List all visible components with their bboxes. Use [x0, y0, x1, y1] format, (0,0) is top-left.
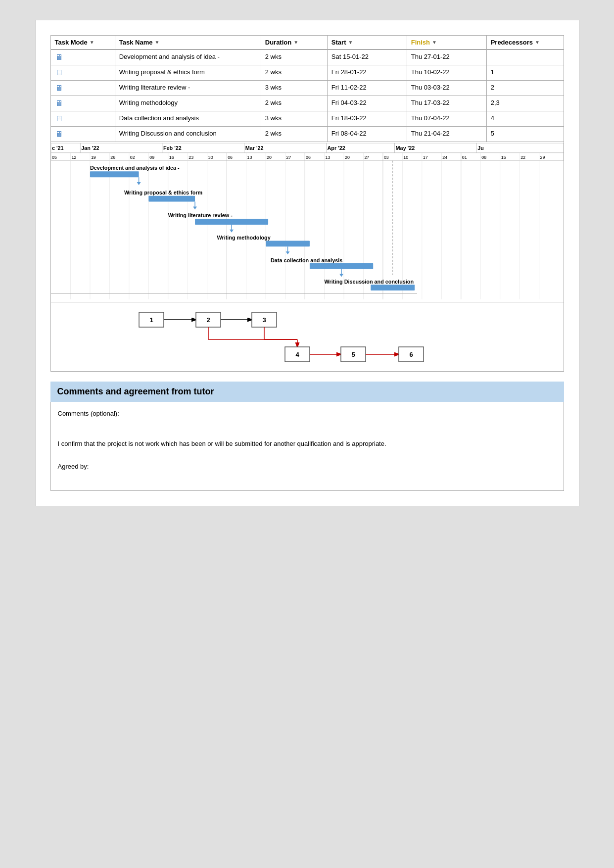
svg-text:30: 30: [208, 155, 213, 160]
th-start: Start ▼: [327, 36, 407, 50]
svg-text:06: 06: [228, 155, 233, 160]
svg-text:3: 3: [262, 316, 266, 324]
duration-cell: 2 wks: [261, 127, 327, 142]
start-cell: Fri 08-04-22: [327, 127, 407, 142]
svg-text:27: 27: [364, 155, 369, 160]
task-mode-icon: 🖥: [55, 53, 63, 62]
svg-text:06: 06: [306, 155, 311, 160]
svg-text:Data collection and analysis: Data collection and analysis: [271, 257, 342, 263]
start-cell: Fri 11-02-22: [327, 81, 407, 96]
task-mode-cell: 🖥: [50, 81, 115, 96]
svg-marker-74: [193, 206, 197, 209]
svg-rect-12: [476, 143, 564, 153]
finish-cell: Thu 07-04-22: [407, 111, 486, 127]
svg-text:09: 09: [149, 155, 154, 160]
task-mode-dropdown-icon[interactable]: ▼: [90, 40, 94, 45]
svg-marker-78: [230, 230, 234, 233]
table-row: 🖥Development and analysis of idea -2 wks…: [50, 49, 564, 65]
task-name-cell: Data collection and analysis: [115, 111, 261, 127]
task-mode-cell: 🖥: [50, 111, 115, 127]
svg-text:5: 5: [351, 351, 355, 358]
finish-cell: Thu 10-02-22: [407, 65, 486, 81]
svg-text:4: 4: [295, 351, 299, 358]
svg-rect-88: [371, 285, 415, 290]
page: Task Mode ▼ Task Name ▼ Duration ▼: [35, 20, 579, 506]
task-mode-icon: 🖥: [55, 84, 63, 93]
svg-text:29: 29: [540, 155, 545, 160]
duration-cell: 3 wks: [261, 81, 327, 96]
svg-text:17: 17: [423, 155, 427, 160]
duration-dropdown-icon[interactable]: ▼: [293, 40, 298, 45]
predecessors-cell: 2,3: [486, 96, 564, 111]
duration-cell: 2 wks: [261, 96, 327, 111]
svg-text:Feb '22: Feb '22: [163, 145, 181, 151]
duration-cell: 2 wks: [261, 65, 327, 81]
predecessors-cell: [486, 49, 564, 65]
svg-text:Writing methodology: Writing methodology: [217, 235, 270, 241]
confirmation-text: I confirm that the project is not work w…: [58, 439, 557, 449]
svg-text:02: 02: [130, 155, 135, 160]
svg-rect-76: [195, 219, 268, 225]
svg-marker-82: [285, 251, 289, 254]
th-predecessors: Predecessors ▼: [486, 36, 564, 50]
svg-text:6: 6: [409, 351, 413, 358]
task-mode-cell: 🖥: [50, 49, 115, 65]
svg-text:15: 15: [501, 155, 506, 160]
svg-marker-70: [137, 182, 141, 185]
predecessors-cell: 5: [486, 127, 564, 142]
task-name-cell: Writing proposal & ethics form: [115, 65, 261, 81]
task-name-cell: Writing literature review -: [115, 81, 261, 96]
predecessors-cell: 1: [486, 65, 564, 81]
finish-dropdown-icon[interactable]: ▼: [432, 40, 437, 45]
start-cell: Fri 04-03-22: [327, 96, 407, 111]
svg-text:13: 13: [247, 155, 252, 160]
svg-text:24: 24: [442, 155, 447, 160]
svg-text:05: 05: [51, 155, 56, 160]
task-mode-cell: 🖥: [50, 96, 115, 111]
svg-text:Writing literature review -: Writing literature review -: [168, 212, 232, 218]
svg-text:16: 16: [169, 155, 174, 160]
network-svg: 1 2 3 4 5: [51, 302, 564, 372]
task-mode-cell: 🖥: [50, 65, 115, 81]
svg-text:10: 10: [403, 155, 408, 160]
svg-text:22: 22: [520, 155, 525, 160]
svg-text:20: 20: [267, 155, 272, 160]
gantt-chart-container: c '21 Jan '22 Feb '22 Mar '22 Apr '22 Ma…: [50, 142, 564, 302]
task-mode-icon: 🖥: [55, 130, 63, 139]
svg-text:08: 08: [481, 155, 486, 160]
task-mode-cell: 🖥: [50, 127, 115, 142]
svg-text:Development and analysis of id: Development and analysis of idea -: [90, 165, 179, 171]
svg-rect-72: [148, 196, 195, 202]
svg-text:Writing Discussion and conclus: Writing Discussion and conclusion: [324, 279, 414, 285]
svg-text:19: 19: [91, 155, 95, 160]
th-finish: Finish ▼: [407, 36, 486, 50]
svg-text:2: 2: [206, 316, 210, 324]
comments-label: Comments (optional):: [58, 409, 557, 419]
table-row: 🖥Data collection and analysis3 wksFri 18…: [50, 111, 564, 127]
svg-text:1: 1: [149, 316, 153, 324]
predecessors-dropdown-icon[interactable]: ▼: [535, 40, 540, 45]
svg-marker-86: [339, 274, 343, 277]
gantt-svg: c '21 Jan '22 Feb '22 Mar '22 Apr '22 Ma…: [51, 142, 564, 300]
start-cell: Sat 15-01-22: [327, 49, 407, 65]
finish-cell: Thu 21-04-22: [407, 127, 486, 142]
th-task-name: Task Name ▼: [115, 36, 261, 50]
duration-cell: 2 wks: [261, 49, 327, 65]
svg-text:23: 23: [189, 155, 193, 160]
svg-rect-80: [266, 241, 310, 246]
svg-text:13: 13: [325, 155, 330, 160]
task-name-cell: Development and analysis of idea -: [115, 49, 261, 65]
task-name-dropdown-icon[interactable]: ▼: [154, 40, 159, 45]
svg-text:Ju: Ju: [477, 145, 484, 151]
comments-header: Comments and agreement from tutor: [50, 382, 564, 402]
start-dropdown-icon[interactable]: ▼: [348, 40, 353, 45]
task-name-cell: Writing Discussion and conclusion: [115, 127, 261, 142]
start-cell: Fri 18-03-22: [327, 111, 407, 127]
svg-text:Jan '22: Jan '22: [81, 145, 99, 151]
comments-section: Comments and agreement from tutor Commen…: [50, 382, 564, 491]
finish-cell: Thu 03-03-22: [407, 81, 486, 96]
svg-text:Mar '22: Mar '22: [245, 145, 263, 151]
th-task-mode: Task Mode ▼: [50, 36, 115, 50]
table-row: 🖥Writing literature review -3 wksFri 11-…: [50, 81, 564, 96]
predecessors-cell: 2: [486, 81, 564, 96]
